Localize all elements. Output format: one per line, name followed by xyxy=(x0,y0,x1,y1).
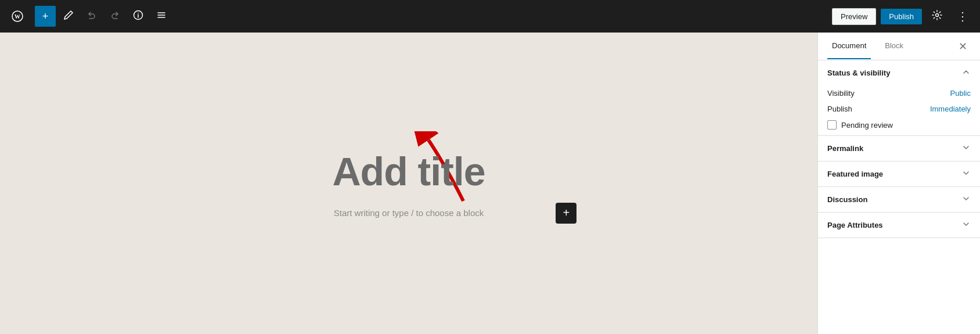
pending-review-checkbox[interactable] xyxy=(827,120,837,130)
ellipsis-vertical-icon: ⋮ xyxy=(957,10,968,22)
page-attributes-title: Page Attributes xyxy=(827,221,883,229)
page-attributes-chevron-down-icon xyxy=(961,220,971,231)
tab-block[interactable]: Block xyxy=(880,33,908,59)
add-title-field[interactable]: Add title xyxy=(333,149,485,194)
discussion-section: Discussion xyxy=(818,187,980,213)
permalink-chevron-down-icon xyxy=(961,143,971,154)
status-visibility-section: Status & visibility Visibility Public Pu… xyxy=(818,60,980,136)
visibility-value[interactable]: Public xyxy=(950,89,971,98)
page-attributes-header[interactable]: Page Attributes xyxy=(818,213,980,238)
svg-point-4 xyxy=(138,12,139,13)
permalink-header[interactable]: Permalink xyxy=(818,136,980,161)
sidebar: Document Block ✕ Status & visibility Vis… xyxy=(817,33,980,334)
list-view-button[interactable] xyxy=(151,6,172,27)
featured-image-section: Featured image xyxy=(818,161,980,187)
publish-button[interactable]: Publish xyxy=(881,9,922,24)
toolbar: W + xyxy=(0,0,980,33)
pending-review-row: Pending review xyxy=(818,117,980,135)
redo-button[interactable] xyxy=(105,6,125,27)
publish-row-value[interactable]: Immediately xyxy=(930,105,971,113)
undo-button[interactable] xyxy=(81,6,102,27)
visibility-row: Visibility Public xyxy=(818,85,980,101)
discussion-title: Discussion xyxy=(827,195,867,204)
main-layout: Add title Start writing or type / to cho… xyxy=(0,33,980,334)
settings-button[interactable] xyxy=(927,6,947,27)
list-view-icon xyxy=(156,10,167,23)
preview-button[interactable]: Preview xyxy=(832,8,876,25)
add-block-toolbar-button[interactable]: + xyxy=(35,6,56,27)
status-visibility-header[interactable]: Status & visibility xyxy=(818,60,980,85)
discussion-chevron-down-icon xyxy=(961,194,971,205)
pencil-icon xyxy=(63,10,74,23)
close-icon: ✕ xyxy=(959,40,967,53)
page-attributes-section: Page Attributes xyxy=(818,213,980,238)
info-button[interactable] xyxy=(128,6,149,27)
publish-row: Publish Immediately xyxy=(818,101,980,117)
publish-row-label: Publish xyxy=(827,105,852,113)
gear-icon xyxy=(932,10,942,23)
info-icon xyxy=(133,10,143,23)
add-block-inline-button[interactable]: + xyxy=(556,203,577,224)
svg-point-8 xyxy=(936,13,939,16)
featured-image-chevron-down-icon xyxy=(961,168,971,179)
editor-content: Add title Start writing or type / to cho… xyxy=(333,149,485,218)
visibility-label: Visibility xyxy=(827,89,855,98)
permalink-section: Permalink xyxy=(818,136,980,161)
tab-document[interactable]: Document xyxy=(827,33,871,59)
featured-image-title: Featured image xyxy=(827,170,883,178)
tools-button[interactable] xyxy=(58,6,79,27)
start-writing-hint: Start writing or type / to choose a bloc… xyxy=(334,208,484,218)
status-visibility-title: Status & visibility xyxy=(827,69,890,77)
undo-icon xyxy=(87,10,97,23)
wp-logo: W xyxy=(7,6,28,27)
chevron-up-icon xyxy=(961,67,971,78)
permalink-title: Permalink xyxy=(827,144,863,153)
more-menu-button[interactable]: ⋮ xyxy=(952,6,973,27)
svg-text:W: W xyxy=(15,13,20,20)
discussion-header[interactable]: Discussion xyxy=(818,187,980,212)
toolbar-right: Preview Publish ⋮ xyxy=(832,6,973,27)
featured-image-header[interactable]: Featured image xyxy=(818,161,980,186)
redo-icon xyxy=(110,10,120,23)
sidebar-tabs: Document Block ✕ xyxy=(818,33,980,60)
plus-icon-inline: + xyxy=(563,206,570,220)
editor-area[interactable]: Add title Start writing or type / to cho… xyxy=(0,33,817,334)
sidebar-close-button[interactable]: ✕ xyxy=(954,38,971,55)
pending-review-label: Pending review xyxy=(841,121,893,130)
plus-icon: + xyxy=(42,10,49,23)
